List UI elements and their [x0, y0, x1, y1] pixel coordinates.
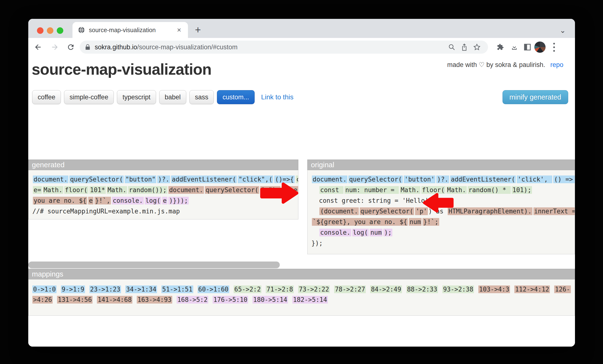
mapping-segment[interactable]: you are no. ${ [33, 197, 87, 204]
mapping-item[interactable]: 60->1:60 [198, 285, 229, 293]
mapping-item[interactable]: 71->2:8 [266, 285, 294, 293]
mapping-segment[interactable]: 'click', [517, 176, 552, 183]
mapping-segment[interactable]: 101); [512, 186, 532, 194]
mapping-item[interactable]: >4:26 [32, 296, 53, 304]
minimize-window-button[interactable] [47, 27, 53, 34]
mapping-segment[interactable]: }!`, [94, 197, 111, 204]
mapping-segment[interactable]: document. [33, 176, 68, 183]
mapping-item[interactable]: 51->1:51 [161, 285, 193, 293]
mapping-item[interactable]: 0->1:0 [32, 285, 57, 293]
mapping-segment[interactable]: random() * [468, 186, 511, 194]
mapping-segment[interactable]: querySelector( [348, 176, 403, 183]
mapping-segment[interactable]: addEventListener( [450, 176, 516, 183]
mapping-segment[interactable]: console. [112, 197, 143, 204]
mapping-segment[interactable]: Math. [43, 186, 63, 194]
new-tab-button[interactable]: + [195, 26, 201, 34]
example-button-babel[interactable]: babel [159, 90, 186, 104]
close-tab-icon[interactable]: × [175, 26, 183, 34]
example-button-coffee[interactable]: coffee [32, 90, 61, 104]
menu-kebab-icon[interactable] [549, 41, 559, 53]
mapping-segment[interactable]: floor( [64, 186, 88, 194]
mapping-segment[interactable]: num: number = [345, 186, 399, 194]
mapping-item[interactable]: 9->1:9 [61, 285, 85, 293]
code-text [311, 186, 319, 194]
mapping-segment[interactable]: e [88, 197, 93, 204]
mapping-segment[interactable]: querySelector( [360, 207, 414, 215]
mapping-segment[interactable]: document. [312, 176, 348, 183]
example-button-typescript[interactable]: typescript [117, 90, 156, 104]
mapping-segment[interactable]: const [319, 186, 344, 194]
download-icon[interactable] [508, 41, 521, 53]
reload-button[interactable] [65, 41, 77, 53]
mapping-item[interactable]: 141->4:68 [97, 296, 132, 304]
mapping-item[interactable]: 126- [554, 285, 571, 293]
mapping-segment[interactable]: addEventListener( [171, 176, 237, 183]
example-button-custom[interactable]: custom... [217, 90, 255, 104]
close-window-button[interactable] [37, 27, 44, 34]
mapping-segment[interactable]: HTMLParagraphElement). [448, 207, 532, 215]
mapping-item[interactable]: 103->4:3 [478, 285, 510, 293]
mapping-item[interactable]: 163->4:93 [137, 296, 172, 304]
mapping-segment[interactable]: log( [352, 229, 369, 236]
mapping-segment[interactable]: querySelector( [205, 186, 259, 194]
mapping-segment[interactable]: log( [145, 197, 161, 204]
mapping-item[interactable]: 180->5:14 [253, 296, 288, 304]
mapping-segment[interactable]: document. [168, 186, 204, 194]
mapping-segment[interactable]: )?. [436, 176, 449, 183]
mapping-item[interactable]: 34->1:34 [125, 285, 157, 293]
example-button-sass[interactable]: sass [189, 90, 214, 104]
mapping-item[interactable]: 84->2:49 [370, 285, 402, 293]
mapping-segment[interactable]: }!`; [423, 218, 439, 226]
mapping-segment[interactable]: innerText = [533, 207, 575, 215]
profile-avatar[interactable] [534, 41, 546, 53]
repo-link[interactable]: repo [550, 61, 563, 68]
mapping-segment[interactable]: "button" [125, 176, 156, 183]
mapping-segment[interactable]: (document. [319, 207, 359, 215]
code-text [311, 208, 319, 215]
link-to-this[interactable]: Link to this [261, 93, 293, 101]
mapping-segment[interactable]: 101* [89, 186, 106, 194]
mapping-segment[interactable]: num [409, 218, 422, 226]
url-bar[interactable]: sokra.github.io/source-map-visualization… [80, 41, 488, 54]
mapping-segment[interactable]: ); [383, 229, 392, 236]
mapping-item[interactable]: 182->5:14 [292, 296, 328, 304]
mapping-item[interactable]: 23->1:23 [89, 285, 121, 293]
mapping-item[interactable]: 176->5:10 [213, 296, 248, 304]
search-icon[interactable] [445, 44, 458, 51]
bookmark-star-icon[interactable] [471, 43, 483, 51]
tab-search-chevron-icon[interactable]: ⌄ [560, 26, 566, 35]
side-panel-icon[interactable] [521, 41, 534, 53]
mapping-item[interactable]: 93->2:38 [442, 285, 474, 293]
mapping-segment[interactable]: num [370, 229, 383, 236]
mapping-item[interactable]: 78->2:27 [334, 285, 366, 293]
forward-button[interactable] [48, 41, 61, 53]
mapping-item[interactable]: 65->2:2 [234, 285, 262, 293]
horizontal-scrollbar-thumb[interactable] [28, 261, 280, 268]
mapping-segment[interactable]: console. [319, 229, 351, 236]
mapping-segment[interactable]: e [162, 197, 167, 204]
back-button[interactable] [32, 41, 44, 53]
minify-generated-button[interactable]: minify generated [502, 90, 568, 104]
mapping-segment[interactable]: 'button' [404, 176, 435, 183]
mapping-segment[interactable]: random()); [128, 186, 167, 194]
mapping-segment[interactable]: )})); [168, 197, 189, 204]
mapping-segment[interactable]: Math. [107, 186, 127, 194]
mapping-item[interactable]: 168->5:2 [177, 296, 208, 304]
mapping-segment[interactable]: e= [33, 186, 42, 194]
browser-toolbar: sokra.github.io/source-map-visualization… [28, 38, 575, 57]
mapping-segment[interactable]: `${greet}, you are no. ${ [312, 218, 408, 226]
mapping-item[interactable]: 131->4:56 [57, 296, 93, 304]
mapping-segment[interactable]: querySelector( [69, 176, 124, 183]
mapping-item[interactable]: 88->2:33 [406, 285, 438, 293]
browser-tab[interactable]: source-map-visualization × [72, 22, 188, 38]
mapping-segment[interactable]: () => { [553, 176, 575, 183]
example-button-simple-coffee[interactable]: simple-coffee [64, 90, 114, 104]
mapping-segment[interactable]: Math. [400, 186, 420, 194]
mapping-item[interactable]: 112->4:12 [514, 285, 550, 293]
generated-code-panel[interactable]: document.querySelector("button")?.addEve… [28, 170, 298, 220]
mapping-item[interactable]: 73->2:22 [298, 285, 330, 293]
zoom-window-button[interactable] [57, 27, 63, 34]
extensions-puzzle-icon[interactable] [494, 41, 507, 53]
share-icon[interactable] [458, 43, 471, 51]
mapping-segment[interactable]: )?. [157, 176, 170, 183]
